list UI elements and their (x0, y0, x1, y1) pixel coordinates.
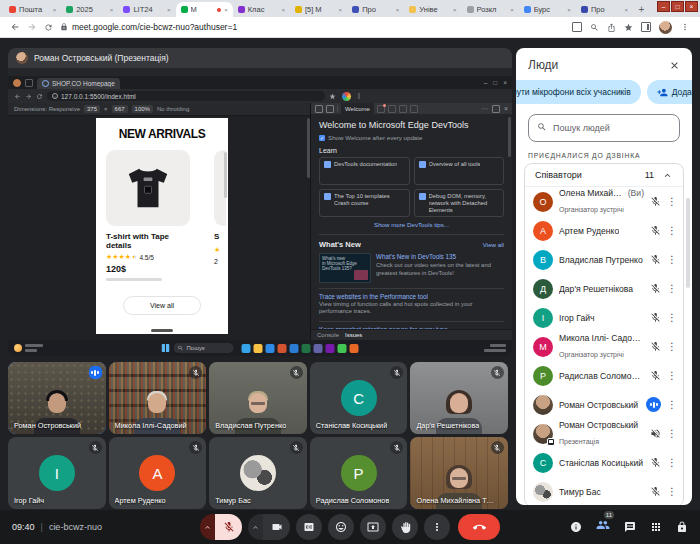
browser-tab[interactable]: [5] М× (290, 2, 347, 17)
inspect-icon (315, 105, 323, 113)
tab-close-icon[interactable]: × (396, 7, 400, 13)
video-tile[interactable]: Дар'я Решетнікова (410, 362, 508, 434)
drive-icon (66, 6, 73, 13)
video-tile[interactable]: Микола Іллі-Садовий (109, 362, 207, 434)
participant-menu-icon[interactable]: ⋮ (667, 457, 675, 468)
participant-menu-icon[interactable]: ⋮ (667, 225, 675, 236)
participant-menu-icon[interactable]: ⋮ (667, 428, 675, 439)
participant-menu-icon[interactable]: ⋮ (667, 283, 675, 294)
mobile-viewport: NEW ARRIVALS T-s (96, 118, 228, 334)
person-head (148, 393, 166, 413)
minimize-button[interactable]: – (657, 1, 670, 12)
photo-avatar (533, 395, 553, 415)
address-bar-actions (572, 21, 690, 34)
camera-button[interactable] (263, 514, 290, 540)
participant-menu-icon[interactable]: ⋮ (667, 341, 675, 352)
refresh-icon[interactable] (44, 23, 53, 32)
participant-menu-icon[interactable]: ⋮ (667, 254, 675, 265)
participant-menu-icon[interactable]: ⋮ (667, 486, 675, 497)
video-tile[interactable]: Роман Островський (8, 362, 106, 434)
browser-tab[interactable]: Уніве× (404, 2, 461, 17)
video-tile[interactable]: Владислав Путренко (209, 362, 307, 434)
browser-tab[interactable]: M× (176, 2, 233, 17)
video-tile[interactable]: Тимур Бас (209, 437, 307, 509)
sidebar-icon[interactable] (641, 22, 651, 32)
activities-icon[interactable] (650, 521, 662, 533)
host-controls-icon[interactable] (676, 521, 688, 533)
new-tab-button[interactable]: + (635, 3, 648, 16)
end-call-button[interactable] (458, 514, 500, 540)
browser-tab[interactable]: Клас× (233, 2, 290, 17)
video-tile[interactable]: ІІгор Гайч (8, 437, 106, 509)
tab-close-icon[interactable]: × (224, 7, 228, 13)
tab-close-icon[interactable]: × (167, 7, 171, 13)
participant-menu-icon[interactable]: ⋮ (667, 312, 675, 323)
url-field[interactable]: meet.google.com/cie-bcwz-nuo?authuser=1 (60, 22, 565, 32)
tab-close-icon[interactable]: × (453, 7, 457, 13)
video-tile[interactable]: ААртем Руденко (109, 437, 207, 509)
search-icon[interactable] (590, 23, 599, 32)
video-tile[interactable]: ССтаніслав Косицький (310, 362, 408, 434)
browser-menu-icon[interactable] (680, 22, 690, 32)
tab-close-icon[interactable]: × (625, 7, 629, 13)
globe-icon (42, 80, 49, 87)
tab-close-icon[interactable]: × (53, 7, 57, 13)
feature-description: Check out our video series on the latest… (376, 262, 504, 277)
browser-tab[interactable]: LIT24× (118, 2, 175, 17)
devtools-close-icon: × (504, 105, 508, 112)
participant-subtitle: Презентація (559, 438, 599, 445)
profile-avatar[interactable] (659, 21, 672, 34)
forward-icon[interactable] (27, 22, 37, 32)
photo-avatar (533, 424, 553, 444)
bookmark-star-icon[interactable] (624, 23, 633, 32)
maximize-button[interactable]: □ (671, 1, 684, 12)
participant-menu-icon[interactable]: ⋮ (667, 196, 675, 207)
reactions-button[interactable] (328, 514, 354, 540)
chevron-up-icon (662, 170, 673, 181)
tab-close-icon[interactable]: × (110, 7, 114, 13)
chat-toggle-icon[interactable] (624, 521, 636, 533)
tab-close-icon[interactable]: × (510, 7, 514, 13)
browser-tab[interactable]: Пошта× (4, 2, 61, 17)
raise-hand-button[interactable] (392, 514, 418, 540)
people-panel-close-icon[interactable] (669, 60, 680, 71)
captions-button[interactable] (296, 514, 322, 540)
camera-options-chevron-icon[interactable] (248, 514, 263, 540)
mic-off-icon (390, 441, 403, 454)
people-search-input[interactable]: Пошук людей (528, 114, 680, 142)
browser-tab[interactable]: 2025× (61, 2, 118, 17)
browser-tab[interactable]: Про× (576, 2, 633, 17)
present-button[interactable] (360, 514, 386, 540)
recording-icon (217, 8, 221, 12)
video-tile[interactable]: РРадислав Соломонов (310, 437, 408, 509)
letter-avatar: М (533, 337, 553, 357)
tab-close-icon[interactable]: × (281, 7, 285, 13)
viewport-height-field: 667 (112, 105, 128, 113)
participant-menu-icon[interactable]: ⋮ (667, 370, 675, 381)
edge-tab-actions-icon (13, 79, 21, 87)
browser-tab[interactable]: Про× (347, 2, 404, 17)
mic-mute-button[interactable] (215, 514, 242, 540)
back-icon[interactable] (10, 22, 20, 32)
extension-icon[interactable] (572, 22, 582, 32)
presentation-tile[interactable]: Роман Островський (Презентація) SHOP.CO … (8, 48, 512, 356)
more-options-button[interactable] (424, 514, 450, 540)
participant-count-badge: 11 (604, 511, 614, 519)
mute-all-button[interactable]: Вимкнути мікрофони всіх учасників (516, 80, 641, 104)
people-panel-scrollbar[interactable] (686, 198, 690, 288)
participant-name-label: Владислав Путренко (215, 421, 286, 430)
tab-close-icon[interactable]: × (339, 7, 343, 13)
browser-tab[interactable]: Бурс× (519, 2, 576, 17)
people-toggle-icon[interactable]: 11 (596, 518, 610, 536)
browser-tab[interactable]: Розкл× (462, 2, 519, 17)
share-icon[interactable] (607, 23, 616, 32)
contributors-group-header[interactable]: Співавтори 11 (525, 164, 683, 187)
meeting-details-icon[interactable] (570, 521, 582, 533)
learn-cards: DevTools documentationOverview of all to… (319, 157, 504, 217)
participant-menu-icon[interactable]: ⋮ (667, 399, 675, 410)
tab-close-icon[interactable]: × (567, 7, 571, 13)
mic-options-chevron-icon[interactable] (200, 514, 215, 540)
video-tile[interactable]: Олена Михайлівна Тр… (410, 437, 508, 509)
add-people-button[interactable]: Додати людей (647, 80, 692, 104)
close-button[interactable]: × (685, 1, 698, 12)
